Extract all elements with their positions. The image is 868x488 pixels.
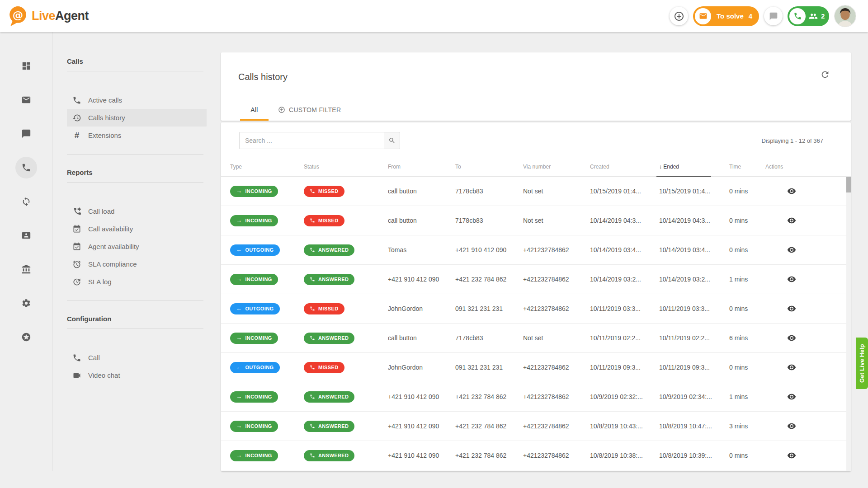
- ended-cell: 10/11/2019 09:3...: [659, 364, 729, 371]
- nav-item-sla-log[interactable]: SLA log: [67, 273, 207, 291]
- view-call-button[interactable]: [786, 274, 797, 285]
- view-call-button[interactable]: [786, 186, 797, 197]
- view-call-button[interactable]: [786, 244, 797, 255]
- rail-item-dashboard[interactable]: [15, 55, 37, 77]
- refresh-button[interactable]: [817, 67, 833, 82]
- nav-heading-configuration: Configuration: [54, 315, 210, 324]
- nav-item-call-availability[interactable]: Call availability: [67, 220, 207, 238]
- rail-item-tickets[interactable]: [15, 89, 37, 111]
- rail-item-billing[interactable]: [15, 258, 37, 280]
- eye-icon: [787, 275, 796, 284]
- liveagent-logo[interactable]: @ LiveAgent: [6, 5, 89, 27]
- nav-item-agent-availability[interactable]: Agent availability: [67, 238, 207, 255]
- calendar-check-icon: [72, 225, 81, 234]
- status-badge: MISSED: [304, 362, 344, 373]
- arrow-left-icon: ←: [236, 305, 242, 311]
- tab-custom-filter[interactable]: CUSTOM FILTER: [277, 99, 342, 121]
- type-badge: →INCOMING: [230, 391, 278, 403]
- nav-item-video-chat[interactable]: Video chat: [67, 366, 207, 384]
- agents-online-count: 2: [821, 12, 825, 20]
- rail-item-settings[interactable]: [15, 292, 37, 314]
- view-call-button[interactable]: [786, 333, 797, 343]
- to-cell: 7178cb83: [455, 188, 523, 195]
- ended-cell: 10/11/2019 03:3...: [659, 305, 729, 312]
- eye-icon: [787, 451, 796, 460]
- eye-icon: [787, 216, 796, 225]
- created-cell: 10/14/2019 03:4...: [590, 246, 659, 253]
- type-badge: →INCOMING: [230, 274, 278, 285]
- tab-all[interactable]: All: [240, 99, 269, 121]
- nav-item-sla-compliance[interactable]: SLA compliance: [67, 255, 207, 273]
- calls-online-button[interactable]: 2: [788, 6, 829, 26]
- time-cell: 0 mins: [729, 188, 765, 195]
- nav-item-label: Extensions: [88, 131, 121, 139]
- from-cell: call button: [388, 217, 455, 224]
- created-cell: 10/11/2019 09:3...: [590, 364, 659, 371]
- chat-bubble-icon: [769, 12, 778, 21]
- view-call-button[interactable]: [786, 215, 797, 226]
- topbar: @ LiveAgent To solve 4 2: [0, 0, 868, 32]
- nav-item-calls-history[interactable]: Calls history: [67, 109, 207, 127]
- column-header-created[interactable]: Created: [590, 164, 659, 170]
- table-row: ←OUTGOINGMISSEDJohnGordon091 321 231 231…: [221, 353, 851, 382]
- to-cell: 091 321 231 231: [455, 305, 523, 312]
- table-scrollbar[interactable]: [846, 177, 851, 471]
- type-label: INCOMING: [245, 423, 272, 429]
- to-cell: +421 232 784 862: [455, 452, 523, 459]
- phone-icon: [789, 8, 806, 24]
- from-cell: +421 910 412 090: [388, 276, 455, 283]
- nav-item-extensions[interactable]: #Extensions: [67, 127, 207, 144]
- scrollbar-thumb[interactable]: [846, 177, 851, 192]
- rail-item-upgrade[interactable]: [15, 326, 37, 348]
- to-solve-button[interactable]: To solve 4: [693, 6, 759, 26]
- avatar[interactable]: [834, 5, 856, 27]
- nav-heading-reports: Reports: [54, 169, 210, 178]
- column-header-to[interactable]: To: [455, 164, 523, 170]
- rail-item-reports[interactable]: [15, 191, 37, 212]
- plus-circle-icon: [278, 106, 285, 113]
- call-load-icon: [72, 207, 81, 216]
- type-badge: →INCOMING: [230, 186, 278, 197]
- to-cell: 7178cb83: [455, 334, 523, 342]
- column-header-actions[interactable]: Actions: [765, 164, 851, 170]
- column-header-status[interactable]: Status: [304, 164, 388, 170]
- column-header-type[interactable]: Type: [230, 164, 304, 170]
- dashboard-icon: [21, 61, 31, 71]
- get-live-help-button[interactable]: Get Live Help: [856, 338, 868, 389]
- view-call-button[interactable]: [786, 303, 797, 314]
- nav-item-call-load[interactable]: Call load: [67, 202, 207, 220]
- rail-item-customers[interactable]: [15, 225, 37, 246]
- nav-item-label: Video chat: [88, 371, 120, 379]
- table-row: →INCOMINGANSWERED+421 910 412 090+421 23…: [221, 412, 851, 441]
- view-call-button[interactable]: [786, 450, 797, 461]
- view-call-button[interactable]: [786, 421, 797, 432]
- refresh-icon: [820, 70, 830, 80]
- search-input[interactable]: [239, 132, 384, 149]
- nav-panel: CallsActive callsCalls history#Extension…: [54, 32, 210, 488]
- search-button[interactable]: [384, 132, 400, 149]
- via-number-cell: +421232784862: [523, 364, 590, 371]
- status-label: MISSED: [318, 188, 339, 194]
- column-header-time[interactable]: Time: [729, 164, 765, 170]
- phone-icon: [310, 423, 315, 429]
- column-header-ended[interactable]: ↓ Ended: [659, 164, 729, 170]
- nav-item-active-calls[interactable]: Active calls: [67, 91, 207, 109]
- phone-icon: [310, 394, 315, 399]
- nav-item-label: Call: [88, 354, 100, 361]
- arrow-left-icon: ←: [236, 247, 242, 253]
- column-header-from[interactable]: From: [388, 164, 455, 170]
- rail-item-chats[interactable]: [15, 123, 37, 145]
- nav-item-call[interactable]: Call: [67, 349, 207, 366]
- add-new-button[interactable]: [670, 7, 688, 25]
- view-call-button[interactable]: [786, 362, 797, 373]
- status-label: MISSED: [318, 218, 339, 223]
- chats-button[interactable]: [764, 7, 783, 25]
- nav-item-label: Agent availability: [88, 243, 139, 250]
- phone-icon: [310, 247, 315, 253]
- nav-item-label: SLA compliance: [88, 260, 137, 268]
- to-solve-count: 4: [749, 12, 752, 20]
- view-call-button[interactable]: [786, 391, 797, 402]
- column-header-via-number[interactable]: Via number: [523, 164, 590, 170]
- time-cell: 6 mins: [729, 334, 765, 342]
- rail-item-calls[interactable]: [15, 157, 37, 178]
